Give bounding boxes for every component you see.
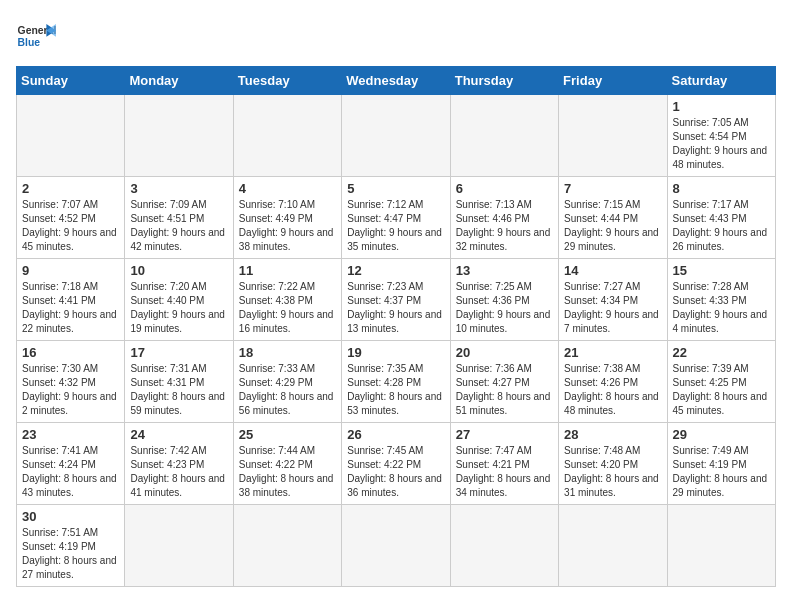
day-number: 27 — [456, 427, 553, 442]
calendar-cell — [233, 95, 341, 177]
logo: General Blue — [16, 16, 56, 56]
day-number: 22 — [673, 345, 770, 360]
day-number: 29 — [673, 427, 770, 442]
day-info: Sunrise: 7:35 AM Sunset: 4:28 PM Dayligh… — [347, 362, 444, 418]
weekday-header-friday: Friday — [559, 67, 667, 95]
day-number: 20 — [456, 345, 553, 360]
calendar-cell: 20Sunrise: 7:36 AM Sunset: 4:27 PM Dayli… — [450, 341, 558, 423]
day-number: 7 — [564, 181, 661, 196]
day-number: 2 — [22, 181, 119, 196]
weekday-header-monday: Monday — [125, 67, 233, 95]
day-number: 18 — [239, 345, 336, 360]
weekday-header-row: SundayMondayTuesdayWednesdayThursdayFrid… — [17, 67, 776, 95]
calendar-week-row: 16Sunrise: 7:30 AM Sunset: 4:32 PM Dayli… — [17, 341, 776, 423]
day-number: 21 — [564, 345, 661, 360]
calendar-cell: 28Sunrise: 7:48 AM Sunset: 4:20 PM Dayli… — [559, 423, 667, 505]
day-info: Sunrise: 7:23 AM Sunset: 4:37 PM Dayligh… — [347, 280, 444, 336]
day-info: Sunrise: 7:20 AM Sunset: 4:40 PM Dayligh… — [130, 280, 227, 336]
calendar-cell: 17Sunrise: 7:31 AM Sunset: 4:31 PM Dayli… — [125, 341, 233, 423]
calendar-cell: 16Sunrise: 7:30 AM Sunset: 4:32 PM Dayli… — [17, 341, 125, 423]
calendar-cell: 24Sunrise: 7:42 AM Sunset: 4:23 PM Dayli… — [125, 423, 233, 505]
calendar-table: SundayMondayTuesdayWednesdayThursdayFrid… — [16, 66, 776, 587]
calendar-cell: 18Sunrise: 7:33 AM Sunset: 4:29 PM Dayli… — [233, 341, 341, 423]
day-info: Sunrise: 7:49 AM Sunset: 4:19 PM Dayligh… — [673, 444, 770, 500]
svg-text:Blue: Blue — [18, 37, 41, 48]
calendar-week-row: 23Sunrise: 7:41 AM Sunset: 4:24 PM Dayli… — [17, 423, 776, 505]
day-number: 26 — [347, 427, 444, 442]
calendar-cell: 9Sunrise: 7:18 AM Sunset: 4:41 PM Daylig… — [17, 259, 125, 341]
day-number: 17 — [130, 345, 227, 360]
calendar-cell: 29Sunrise: 7:49 AM Sunset: 4:19 PM Dayli… — [667, 423, 775, 505]
day-info: Sunrise: 7:09 AM Sunset: 4:51 PM Dayligh… — [130, 198, 227, 254]
day-number: 10 — [130, 263, 227, 278]
day-info: Sunrise: 7:45 AM Sunset: 4:22 PM Dayligh… — [347, 444, 444, 500]
calendar-cell — [17, 95, 125, 177]
day-number: 3 — [130, 181, 227, 196]
day-info: Sunrise: 7:17 AM Sunset: 4:43 PM Dayligh… — [673, 198, 770, 254]
day-number: 28 — [564, 427, 661, 442]
day-info: Sunrise: 7:31 AM Sunset: 4:31 PM Dayligh… — [130, 362, 227, 418]
day-info: Sunrise: 7:27 AM Sunset: 4:34 PM Dayligh… — [564, 280, 661, 336]
calendar-cell: 5Sunrise: 7:12 AM Sunset: 4:47 PM Daylig… — [342, 177, 450, 259]
page-header: General Blue — [16, 16, 776, 56]
calendar-cell — [233, 505, 341, 587]
day-info: Sunrise: 7:38 AM Sunset: 4:26 PM Dayligh… — [564, 362, 661, 418]
calendar-cell — [559, 95, 667, 177]
calendar-cell: 4Sunrise: 7:10 AM Sunset: 4:49 PM Daylig… — [233, 177, 341, 259]
calendar-cell: 25Sunrise: 7:44 AM Sunset: 4:22 PM Dayli… — [233, 423, 341, 505]
calendar-cell — [450, 95, 558, 177]
day-info: Sunrise: 7:15 AM Sunset: 4:44 PM Dayligh… — [564, 198, 661, 254]
calendar-cell — [667, 505, 775, 587]
calendar-cell: 13Sunrise: 7:25 AM Sunset: 4:36 PM Dayli… — [450, 259, 558, 341]
day-number: 30 — [22, 509, 119, 524]
day-number: 6 — [456, 181, 553, 196]
day-number: 12 — [347, 263, 444, 278]
calendar-cell — [342, 505, 450, 587]
day-info: Sunrise: 7:13 AM Sunset: 4:46 PM Dayligh… — [456, 198, 553, 254]
day-info: Sunrise: 7:41 AM Sunset: 4:24 PM Dayligh… — [22, 444, 119, 500]
day-info: Sunrise: 7:18 AM Sunset: 4:41 PM Dayligh… — [22, 280, 119, 336]
calendar-cell — [125, 505, 233, 587]
day-info: Sunrise: 7:36 AM Sunset: 4:27 PM Dayligh… — [456, 362, 553, 418]
day-info: Sunrise: 7:25 AM Sunset: 4:36 PM Dayligh… — [456, 280, 553, 336]
day-number: 4 — [239, 181, 336, 196]
calendar-cell: 1Sunrise: 7:05 AM Sunset: 4:54 PM Daylig… — [667, 95, 775, 177]
day-number: 16 — [22, 345, 119, 360]
weekday-header-wednesday: Wednesday — [342, 67, 450, 95]
calendar-cell: 26Sunrise: 7:45 AM Sunset: 4:22 PM Dayli… — [342, 423, 450, 505]
day-info: Sunrise: 7:33 AM Sunset: 4:29 PM Dayligh… — [239, 362, 336, 418]
weekday-header-thursday: Thursday — [450, 67, 558, 95]
day-number: 5 — [347, 181, 444, 196]
day-info: Sunrise: 7:30 AM Sunset: 4:32 PM Dayligh… — [22, 362, 119, 418]
day-info: Sunrise: 7:51 AM Sunset: 4:19 PM Dayligh… — [22, 526, 119, 582]
calendar-cell: 10Sunrise: 7:20 AM Sunset: 4:40 PM Dayli… — [125, 259, 233, 341]
calendar-cell: 23Sunrise: 7:41 AM Sunset: 4:24 PM Dayli… — [17, 423, 125, 505]
day-info: Sunrise: 7:07 AM Sunset: 4:52 PM Dayligh… — [22, 198, 119, 254]
calendar-cell: 6Sunrise: 7:13 AM Sunset: 4:46 PM Daylig… — [450, 177, 558, 259]
day-info: Sunrise: 7:10 AM Sunset: 4:49 PM Dayligh… — [239, 198, 336, 254]
calendar-cell: 2Sunrise: 7:07 AM Sunset: 4:52 PM Daylig… — [17, 177, 125, 259]
calendar-cell: 22Sunrise: 7:39 AM Sunset: 4:25 PM Dayli… — [667, 341, 775, 423]
weekday-header-saturday: Saturday — [667, 67, 775, 95]
weekday-header-tuesday: Tuesday — [233, 67, 341, 95]
calendar-cell: 19Sunrise: 7:35 AM Sunset: 4:28 PM Dayli… — [342, 341, 450, 423]
logo-icon: General Blue — [16, 16, 56, 56]
day-number: 9 — [22, 263, 119, 278]
day-number: 23 — [22, 427, 119, 442]
day-number: 14 — [564, 263, 661, 278]
calendar-cell: 8Sunrise: 7:17 AM Sunset: 4:43 PM Daylig… — [667, 177, 775, 259]
day-info: Sunrise: 7:39 AM Sunset: 4:25 PM Dayligh… — [673, 362, 770, 418]
calendar-week-row: 30Sunrise: 7:51 AM Sunset: 4:19 PM Dayli… — [17, 505, 776, 587]
day-number: 24 — [130, 427, 227, 442]
day-number: 13 — [456, 263, 553, 278]
calendar-cell: 30Sunrise: 7:51 AM Sunset: 4:19 PM Dayli… — [17, 505, 125, 587]
calendar-cell — [450, 505, 558, 587]
day-info: Sunrise: 7:44 AM Sunset: 4:22 PM Dayligh… — [239, 444, 336, 500]
day-number: 15 — [673, 263, 770, 278]
weekday-header-sunday: Sunday — [17, 67, 125, 95]
calendar-week-row: 2Sunrise: 7:07 AM Sunset: 4:52 PM Daylig… — [17, 177, 776, 259]
day-info: Sunrise: 7:05 AM Sunset: 4:54 PM Dayligh… — [673, 116, 770, 172]
calendar-cell: 15Sunrise: 7:28 AM Sunset: 4:33 PM Dayli… — [667, 259, 775, 341]
calendar-cell — [342, 95, 450, 177]
day-number: 8 — [673, 181, 770, 196]
